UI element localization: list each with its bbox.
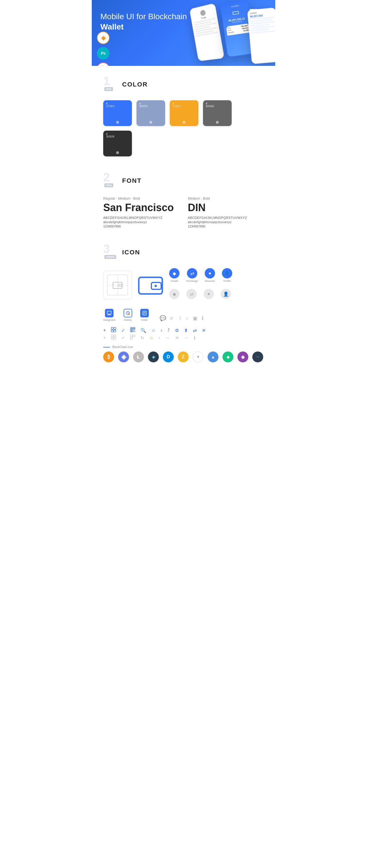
utility-icons-inactive: + ✓ ↻ ☆ ‹ ↔ ✕ → xyxy=(103,335,264,341)
blockchain-label-row: BlockChain Icon xyxy=(103,345,264,349)
color-section-header: 1 ONE COLOR xyxy=(103,78,264,92)
moon-icon: ☽ xyxy=(177,315,181,321)
font-din: Medium · Bold DIN ABCDEFGHIJKLMNOPQRSTUV… xyxy=(188,196,264,228)
stratis-icon: ▲ xyxy=(207,351,219,362)
section-number-color: 1 ONE xyxy=(103,78,117,92)
icon-grid-outer xyxy=(103,271,132,299)
close-icon: ✕ xyxy=(202,328,205,333)
svg-rect-31 xyxy=(111,337,113,339)
hero-section: Mobile UI for Blockchain Wallet UI Kit ◆… xyxy=(92,0,275,66)
matic-icon: ◉ xyxy=(237,351,248,362)
zcash-icon: Z xyxy=(178,351,189,362)
share-icon: ⤴ xyxy=(167,328,170,333)
hero-badges: ◆ Ps 60+Screens xyxy=(97,32,110,66)
close-gray-icon: ✕ xyxy=(175,335,179,341)
section-number-font: 2 TWO xyxy=(103,174,117,188)
din-lowercase: abcdefghijklmnopqrstuvwxyz xyxy=(188,220,264,224)
app-icons-row: Mangment ! History xyxy=(103,309,264,321)
svg-rect-18 xyxy=(114,330,116,332)
wallet-icon: ▭ xyxy=(231,7,240,18)
small-icons-row: 💬 ≡ ☽ ○ ▣ ℹ xyxy=(160,315,204,321)
font-grid: Regular · Medium · Bold San Francisco AB… xyxy=(103,196,264,228)
plus-icon: + xyxy=(103,328,106,333)
crypto-icons-row: ₿ ◈ Ł ◆ D Z ✦ ▲ ◈ ◉ ~ xyxy=(103,351,264,362)
speech-icon: ▣ xyxy=(193,315,198,321)
bitcoin-icon: ₿ xyxy=(103,351,114,362)
svg-rect-3 xyxy=(139,277,162,294)
chat-icon: 💬 xyxy=(160,315,166,321)
order-icon xyxy=(140,309,149,317)
avatar xyxy=(200,9,206,16)
swatch-grayblue: #8DA0C8 xyxy=(137,100,165,126)
star-gray-icon: ☆ xyxy=(149,335,153,341)
svg-rect-17 xyxy=(111,330,113,332)
wallet-icon-blue-wrap xyxy=(138,272,163,298)
search-icon: 🔍 xyxy=(140,328,146,333)
info-icon: ℹ xyxy=(202,315,204,321)
svg-rect-6 xyxy=(107,311,111,314)
back-icon: ‹ xyxy=(161,328,162,333)
swatch-dark: #303030 xyxy=(103,131,132,156)
ps-badge: Ps xyxy=(97,47,110,60)
svg-rect-30 xyxy=(114,335,116,337)
icon-area: ◆ Assets ⇄ Exchange ● Discover 👤 Profile xyxy=(103,268,264,362)
ethereum-icon: ◈ xyxy=(118,351,129,362)
svg-rect-24 xyxy=(131,331,132,332)
blockchain-text: BlockChain Icon xyxy=(112,345,133,349)
exchange-gray-icon: ⇄ xyxy=(186,289,197,299)
svg-rect-23 xyxy=(134,328,135,329)
upload-icon: ⬆ xyxy=(184,328,188,333)
color-section: 1 ONE COLOR #3574FA #8DA0C8 #F5A623 #666… xyxy=(92,66,275,162)
assets-icon-gray: ◆ xyxy=(169,289,179,299)
back-gray-icon: ‹ xyxy=(159,335,160,340)
discover-icon-gray: ● xyxy=(204,289,214,299)
swap-icon: ⇄ xyxy=(193,328,197,333)
discover-icon-item: ● Discover xyxy=(205,268,215,282)
exchange-icon-gray: ⇄ xyxy=(186,289,197,299)
stack-icon: ≡ xyxy=(170,315,173,321)
discover-icon: ● xyxy=(205,268,215,278)
svg-rect-33 xyxy=(131,335,133,337)
din-uppercase: ABCDEFGHIJKLMNOPQRSTUVWXYZ xyxy=(188,216,264,219)
qrcode-icon xyxy=(130,327,135,334)
din-name: DIN xyxy=(188,202,264,214)
phone-mockup-1: Profile xyxy=(189,3,225,61)
din-numbers: 1234567890 xyxy=(188,225,264,228)
phone-mockup-3: myWallet $6,297,502 xyxy=(247,7,275,64)
exchange-icon: ⇄ xyxy=(187,268,197,278)
swatch-orange: #F5A623 xyxy=(170,100,198,126)
blackcoin-icon: ◆ xyxy=(148,351,159,362)
nav-icons-area: ◆ Assets ⇄ Exchange ● Discover 👤 Profile xyxy=(169,268,232,302)
grid-gray-icon xyxy=(111,335,116,341)
waves-icon: ~ xyxy=(252,351,263,362)
assets-icon: ◆ xyxy=(169,268,179,278)
phone-mockups: Profile myWallet ▭ $6,297,502.12 Tot xyxy=(166,0,275,66)
profile-gray-icon: 👤 xyxy=(221,289,231,299)
settings-icon: ⚙ xyxy=(175,328,179,333)
management-icon xyxy=(105,309,114,317)
dash-icon: D xyxy=(163,351,174,362)
font-section-header: 2 TWO FONT xyxy=(103,174,264,188)
icon-section: 3 THREE ICON xyxy=(92,234,275,368)
order-icon-item: Order xyxy=(140,309,149,321)
history-icon-item: ! History xyxy=(123,309,132,321)
font-title: FONT xyxy=(122,177,142,185)
swatch-gray: #666666 xyxy=(203,100,232,126)
icon-title: ICON xyxy=(122,249,140,256)
profile-icon: 👤 xyxy=(222,268,232,278)
circle-icon: ○ xyxy=(186,315,189,321)
color-swatches: #3574FA #8DA0C8 #F5A623 #666666 #303030 xyxy=(103,100,264,156)
nav-icons-inactive: ◆ ⇄ ● 👤 xyxy=(169,289,232,299)
font-section: 2 TWO FONT Regular · Medium · Bold San F… xyxy=(92,162,275,234)
star-icon: ☆ xyxy=(151,328,156,333)
icon-construction-row: ◆ Assets ⇄ Exchange ● Discover 👤 Profile xyxy=(103,268,264,302)
nav-icons-active: ◆ Assets ⇄ Exchange ● Discover 👤 Profile xyxy=(169,268,232,282)
swatch-blue: #3574FA xyxy=(103,100,132,126)
history-icon: ! xyxy=(123,309,132,317)
forward-gray-icon: → xyxy=(184,335,189,340)
section-number-icon: 3 THREE xyxy=(103,245,117,259)
management-icon-item: Mangment xyxy=(103,309,116,321)
profile-icon-gray: 👤 xyxy=(221,289,231,299)
svg-rect-29 xyxy=(111,335,113,337)
info-gray-icon: ℹ xyxy=(194,335,196,341)
